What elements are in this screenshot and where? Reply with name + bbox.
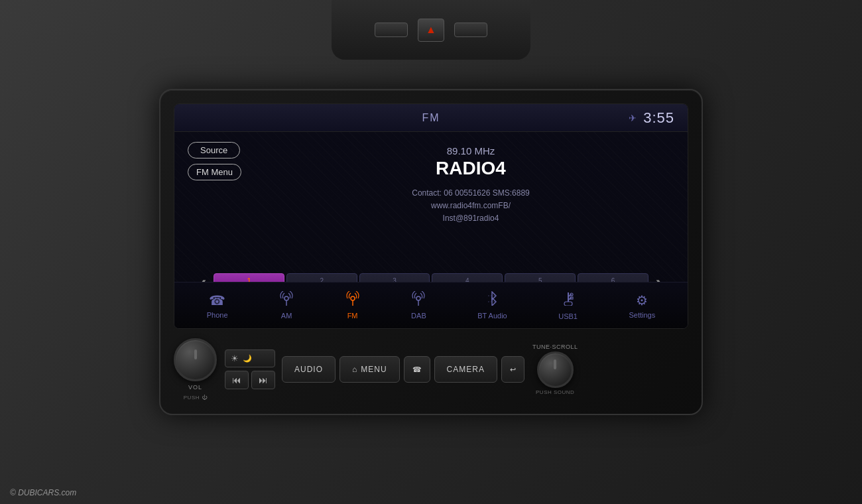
nav-fm[interactable]: FM [339, 288, 367, 323]
station-info: Contact: 06 00551626 SMS:6889 www.radio4… [267, 187, 674, 225]
car-interior: ▲ FM ✈ 3:55 Source FM Menu [0, 0, 862, 504]
am-icon [279, 291, 294, 309]
tune-knob-dot [554, 359, 556, 369]
bluetooth-icon [486, 291, 498, 309]
nav-bt-audio[interactable]: BT Audio [471, 288, 513, 323]
track-controls: ⏮ ⏭ [225, 371, 275, 389]
top-button-right[interactable] [454, 23, 487, 37]
nav-phone[interactable]: ☎ Phone [200, 289, 235, 322]
frequency-display: 89.10 MHz [267, 145, 674, 157]
fm-icon [345, 291, 360, 309]
svg-point-4 [416, 296, 420, 300]
nav-am[interactable]: AM [273, 288, 300, 323]
fm-menu-button[interactable]: FM Menu [188, 164, 241, 180]
vol-knob[interactable] [174, 338, 217, 381]
watermark: © DUBICARS.com [10, 488, 76, 497]
sun-icon: ☀ [231, 353, 239, 363]
svg-point-0 [284, 296, 288, 300]
phone-icon: ☎ [209, 292, 225, 308]
infotainment-unit: FM ✈ 3:55 Source FM Menu 89.10 MHz RADIO… [159, 89, 703, 415]
nav-usb[interactable]: USB1 [552, 288, 584, 324]
tune-knob[interactable] [537, 351, 574, 388]
screen: FM ✈ 3:55 Source FM Menu 89.10 MHz RADIO… [174, 103, 688, 329]
tune-scroll-label: TUNE·SCROLL [532, 344, 578, 350]
signal-icon: ✈ [629, 113, 637, 123]
svg-point-2 [351, 296, 355, 300]
screen-time: 3:55 [643, 109, 674, 127]
top-button-left[interactable] [375, 23, 408, 37]
bottom-nav: ☎ Phone AM FM [174, 282, 688, 328]
screen-body: Source FM Menu 89.10 MHz RADIO4 Contact:… [174, 132, 688, 328]
physical-controls-area: VOL PUSH ⏻ ☀ 🌙 ⏮ ⏭ AUDIO [174, 338, 688, 401]
settings-icon: ⚙ [636, 292, 648, 308]
station-name-display: RADIO4 [267, 158, 674, 179]
vol-label: VOL [188, 384, 202, 391]
back-button[interactable]: ↩ [501, 356, 524, 383]
tune-knob-area: TUNE·SCROLL PUSH SOUND [532, 344, 578, 395]
call-icon: ☎ [412, 365, 422, 374]
next-track-button[interactable]: ⏭ [251, 371, 275, 389]
knob-dot [194, 349, 197, 359]
usb-icon [562, 291, 574, 310]
media-controls: ☀ 🌙 ⏮ ⏭ [225, 349, 275, 389]
push-power-area: PUSH ⏻ [184, 395, 207, 401]
screen-title: FM [350, 112, 513, 124]
push-sound-label: PUSH SOUND [536, 389, 574, 395]
phone-button[interactable]: ☎ [404, 356, 430, 383]
home-icon: ⌂ [352, 365, 357, 374]
brightness-button[interactable]: ☀ 🌙 [225, 349, 275, 367]
push-power-label: PUSH ⏻ [184, 395, 207, 401]
screen-center: 89.10 MHz RADIO4 Contact: 06 00551626 SM… [267, 142, 674, 225]
top-console: ▲ [332, 0, 530, 60]
source-button[interactable]: Source [188, 142, 240, 158]
nav-settings[interactable]: ⚙ Settings [622, 289, 662, 322]
menu-button[interactable]: ⌂ MENU [339, 356, 400, 383]
screen-left-controls: Source FM Menu [188, 142, 241, 180]
moon-icon: 🌙 [243, 354, 252, 363]
screen-header: FM ✈ 3:55 [174, 104, 688, 132]
nav-dab[interactable]: DAB [404, 288, 433, 323]
back-icon: ↩ [510, 365, 516, 374]
prev-track-button[interactable]: ⏮ [225, 371, 249, 389]
hazard-button[interactable]: ▲ [418, 19, 444, 42]
audio-button[interactable]: AUDIO [282, 356, 336, 383]
camera-button[interactable]: CAMERA [434, 356, 497, 383]
dab-icon [411, 291, 426, 309]
vol-knob-area: VOL PUSH ⏻ [174, 338, 217, 401]
